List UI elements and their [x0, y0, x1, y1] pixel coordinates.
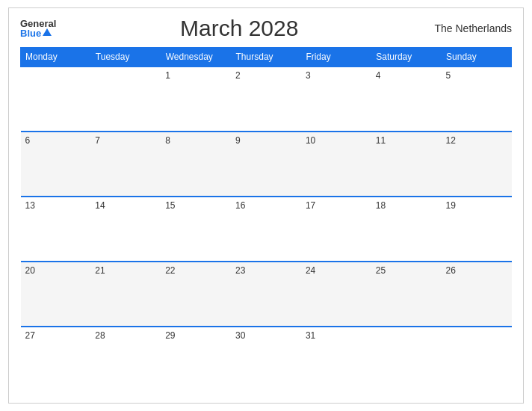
table-cell [442, 327, 512, 392]
calendar-wrapper: General Blue March 2028 The Netherlands … [8, 7, 524, 404]
table-row: 12345 [21, 67, 512, 132]
day-number: 13 [25, 200, 35, 211]
col-tuesday: Tuesday [90, 48, 161, 67]
calendar-header: General Blue March 2028 The Netherlands [20, 16, 512, 41]
day-number: 11 [376, 135, 386, 146]
day-number: 2 [235, 70, 241, 81]
table-cell: 28 [90, 327, 161, 392]
table-cell: 20 [21, 262, 91, 327]
day-number: 25 [376, 265, 386, 276]
day-number: 18 [376, 200, 386, 211]
table-cell: 31 [301, 327, 371, 392]
table-cell: 13 [21, 197, 91, 262]
table-cell: 30 [231, 327, 301, 392]
table-cell: 6 [21, 132, 91, 197]
table-cell: 2 [231, 67, 301, 132]
calendar-title: March 2028 [56, 16, 422, 41]
calendar-body: 1234567891011121314151617181920212223242… [21, 67, 512, 392]
day-number: 19 [446, 200, 456, 211]
table-cell: 18 [371, 197, 442, 262]
day-number: 14 [95, 200, 105, 211]
day-number: 16 [235, 200, 245, 211]
calendar-table: Monday Tuesday Wednesday Thursday Friday… [20, 47, 512, 392]
day-number: 12 [446, 135, 456, 146]
table-cell: 26 [442, 262, 512, 327]
table-cell: 24 [301, 262, 371, 327]
col-monday: Monday [21, 48, 91, 67]
table-cell: 14 [90, 197, 161, 262]
day-number: 9 [235, 135, 241, 146]
table-row: 20212223242526 [21, 262, 512, 327]
day-number: 30 [235, 330, 245, 341]
col-saturday: Saturday [371, 48, 442, 67]
day-header-row: Monday Tuesday Wednesday Thursday Friday… [21, 48, 512, 67]
table-cell: 12 [442, 132, 512, 197]
table-cell: 23 [231, 262, 301, 327]
table-cell: 9 [231, 132, 301, 197]
day-number: 22 [165, 265, 175, 276]
day-number: 7 [95, 135, 100, 146]
day-number: 8 [165, 135, 170, 146]
day-number: 1 [165, 70, 170, 81]
col-sunday: Sunday [442, 48, 512, 67]
table-cell: 16 [231, 197, 301, 262]
day-number: 29 [165, 330, 175, 341]
table-cell: 7 [90, 132, 161, 197]
table-cell: 11 [371, 132, 442, 197]
day-number: 21 [95, 265, 105, 276]
logo-triangle-icon [43, 28, 52, 36]
day-number: 27 [25, 330, 35, 341]
table-cell: 17 [301, 197, 371, 262]
table-row: 13141516171819 [21, 197, 512, 262]
day-number: 3 [306, 70, 311, 81]
day-number: 6 [25, 135, 31, 146]
table-cell [90, 67, 161, 132]
table-cell: 25 [371, 262, 442, 327]
table-cell: 22 [161, 262, 231, 327]
logo-blue-text: Blue [20, 28, 41, 38]
day-number: 31 [306, 330, 315, 341]
day-number: 26 [446, 265, 456, 276]
logo: General Blue [20, 19, 56, 38]
table-cell: 5 [442, 67, 512, 132]
day-number: 10 [306, 135, 315, 146]
day-number: 20 [25, 265, 35, 276]
col-friday: Friday [301, 48, 371, 67]
table-cell: 15 [161, 197, 231, 262]
day-number: 28 [95, 330, 105, 341]
table-cell [371, 327, 442, 392]
table-cell: 19 [442, 197, 512, 262]
table-cell: 29 [161, 327, 231, 392]
country-label: The Netherlands [422, 22, 512, 34]
table-cell: 10 [301, 132, 371, 197]
day-number: 24 [306, 265, 315, 276]
col-thursday: Thursday [231, 48, 301, 67]
table-cell: 3 [301, 67, 371, 132]
table-cell: 8 [161, 132, 231, 197]
table-cell: 1 [161, 67, 231, 132]
day-number: 15 [165, 200, 175, 211]
table-cell [21, 67, 91, 132]
day-number: 4 [376, 70, 381, 81]
table-cell: 21 [90, 262, 161, 327]
day-number: 23 [235, 265, 245, 276]
day-number: 5 [446, 70, 451, 81]
table-cell: 27 [21, 327, 91, 392]
table-cell: 4 [371, 67, 442, 132]
table-row: 6789101112 [21, 132, 512, 197]
day-number: 17 [306, 200, 315, 211]
col-wednesday: Wednesday [161, 48, 231, 67]
table-row: 2728293031 [21, 327, 512, 392]
